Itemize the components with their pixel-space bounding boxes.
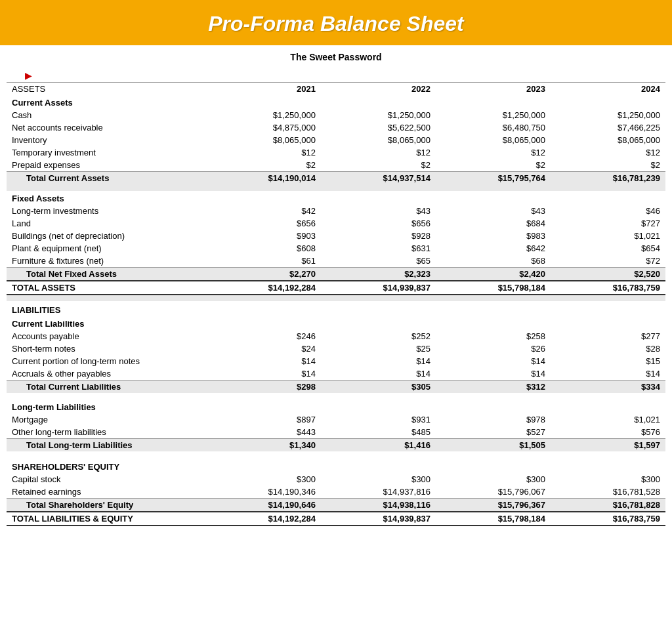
spacer [7, 184, 665, 191]
table-row: Other long-term liabilities $443 $485 $5… [7, 426, 665, 439]
current-assets-category: Current Assets [7, 95, 665, 109]
total-liabilities-equity-row: TOTAL LIABILITIES & EQUITY $14,192,284 $… [7, 512, 665, 526]
table-row: Prepaid expenses $2 $2 $2 $2 [7, 159, 665, 172]
total-assets-row: TOTAL ASSETS $14,192,284 $14,939,837 $15… [7, 281, 665, 295]
spacer [7, 451, 665, 458]
long-term-liabilities-category: Long-term Liabilities [7, 400, 665, 413]
header: Pro-Forma Balance Sheet [0, 0, 672, 45]
table-row: Accounts payable $246 $252 $258 $277 [7, 330, 665, 342]
table-row: Current portion of long-term notes $14 $… [7, 355, 665, 367]
table-row: Net accounts receivable $4,875,000 $5,62… [7, 121, 665, 134]
table-row: Short-term notes $24 $25 $26 $28 [7, 342, 665, 355]
table-row: Plant & equipment (net) $608 $631 $642 $… [7, 242, 665, 255]
subtitle: The Sweet Password [0, 45, 672, 65]
table-row: Buildings (net of depreciation) $903 $92… [7, 230, 665, 242]
table-row: Inventory $8,065,000 $8,065,000 $8,065,0… [7, 134, 665, 146]
table-row: Capital stock $300 $300 $300 $300 [7, 473, 665, 486]
spacer [7, 295, 665, 301]
total-long-term-liabilities-row: Total Long-term Liabilities $1,340 $1,41… [7, 439, 665, 452]
red-arrow-icon: ▶ [7, 65, 665, 82]
total-current-liabilities-row: Total Current Liabilities $298 $305 $312… [7, 381, 665, 394]
total-net-fixed-assets-row: Total Net Fixed Assets $2,270 $2,323 $2,… [7, 268, 665, 281]
table-header-row: ASSETS 2021 2022 2023 2024 [7, 83, 665, 96]
liabilities-header: LIABILITIES [7, 301, 665, 316]
table-row: Accruals & other payables $14 $14 $14 $1… [7, 367, 665, 381]
fixed-assets-category: Fixed Assets [7, 191, 665, 205]
table-row: Furniture & fixtures (net) $61 $65 $68 $… [7, 255, 665, 268]
current-liabilities-category: Current Liabilities [7, 316, 665, 330]
table-row: Mortgage $897 $931 $978 $1,021 [7, 413, 665, 426]
table-row: Retained earnings $14,190,346 $14,937,81… [7, 486, 665, 499]
shareholders-equity-header: SHAREHOLDERS' EQUITY [7, 458, 665, 473]
table-row: Land $656 $656 $684 $727 [7, 217, 665, 230]
page-title: Pro-Forma Balance Sheet [0, 12, 672, 36]
spacer [7, 393, 665, 400]
total-shareholders-equity-row: Total Shareholders' Equity $14,190,646 $… [7, 499, 665, 512]
year-2021-header: 2021 [206, 83, 321, 96]
year-2024-header: 2024 [551, 83, 665, 96]
year-2022-header: 2022 [321, 83, 436, 96]
table-row: Cash $1,250,000 $1,250,000 $1,250,000 $1… [7, 109, 665, 121]
year-2023-header: 2023 [436, 83, 551, 96]
assets-header-label: ASSETS [12, 84, 45, 94]
total-current-assets-row: Total Current Assets $14,190,014 $14,937… [7, 172, 665, 185]
table-row: Long-term investments $42 $43 $43 $46 [7, 205, 665, 217]
table-row: Temporary investment $12 $12 $12 $12 [7, 146, 665, 159]
